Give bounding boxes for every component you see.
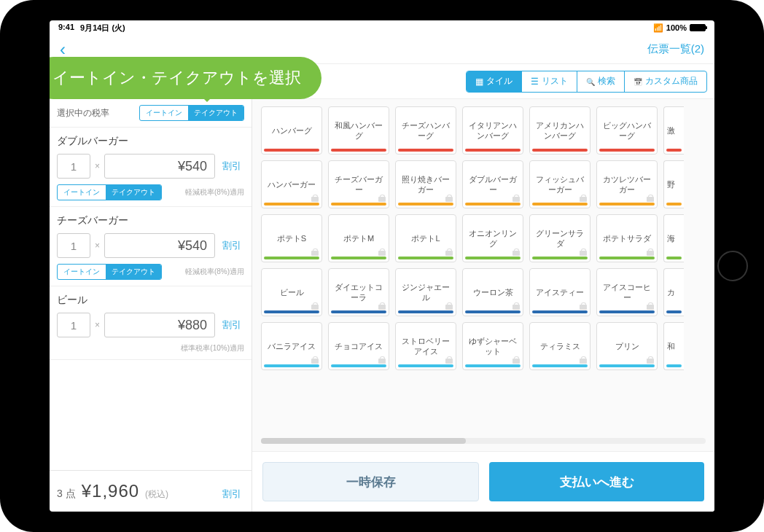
product-tile[interactable]: カ	[663, 268, 684, 316]
qty-input[interactable]: 1	[57, 154, 90, 179]
search-icon	[586, 77, 595, 87]
product-tile[interactable]: ハンバーガー	[261, 160, 322, 208]
tax-takeout[interactable]: テイクアウト	[188, 106, 243, 120]
bag-icon	[445, 197, 453, 202]
qty-input[interactable]: 1	[57, 313, 90, 337]
bag-icon	[445, 305, 453, 310]
qty-input[interactable]: 1	[57, 233, 90, 258]
callout-bubble: イートイン・テイクアウトを選択	[50, 57, 321, 99]
seg-list[interactable]: リスト	[521, 71, 577, 92]
product-tile[interactable]: ティラミス	[529, 322, 590, 370]
product-tile[interactable]: 照り焼きバーガー	[395, 160, 456, 208]
bag-icon	[647, 251, 654, 256]
h-scrollbar[interactable]	[261, 438, 706, 444]
bag-icon	[378, 251, 386, 256]
product-tile[interactable]: ゆずシャーベット	[462, 322, 523, 370]
product-tile[interactable]: ハンバーグ	[261, 106, 322, 154]
product-tile[interactable]: グリーンサラダ	[529, 214, 590, 262]
price-input[interactable]: ¥540	[104, 233, 215, 258]
grid-row: ポテトSポテトMポテトLオニオンリンググリーンサラダポテトサラダ海	[261, 214, 714, 262]
product-tile[interactable]: ダブルバーガー	[462, 160, 523, 208]
product-grid-wrap: ハンバーグ和風ハンバーグチーズハンバーグイタリアンハンバーグアメリカンハンバーグ…	[252, 99, 714, 434]
item-discount-button[interactable]: 割引	[219, 318, 244, 332]
product-tile[interactable]: バニラアイス	[261, 322, 322, 370]
bag-icon	[378, 359, 386, 364]
hold-button[interactable]: 一時保存	[262, 462, 479, 501]
product-tile[interactable]: ポテトS	[261, 214, 322, 262]
product-tile[interactable]: チョコアイス	[328, 322, 389, 370]
item-discount-button[interactable]: 割引	[219, 160, 244, 173]
product-grid: ハンバーグ和風ハンバーグチーズハンバーグイタリアンハンバーグアメリカンハンバーグ…	[261, 106, 714, 370]
product-tile[interactable]: アイスコーヒー	[596, 268, 658, 316]
bag-icon	[580, 305, 587, 310]
wifi-icon: 📶	[653, 23, 663, 33]
product-tile[interactable]: ポテトM	[328, 214, 389, 262]
screen: イートイン・テイクアウトを選択 9:41 9月14日 (火) 📶 100% 伝票…	[50, 20, 714, 512]
bag-icon	[647, 305, 654, 310]
custom-icon	[634, 77, 642, 87]
product-tile[interactable]: ダイエットコーラ	[328, 268, 389, 316]
slips-link[interactable]: 伝票一覧(2)	[647, 42, 704, 56]
product-tile[interactable]: ストロベリーアイス	[395, 322, 456, 370]
item-takeout[interactable]: テイクアウト	[106, 265, 161, 279]
h-scrollbar-thumb[interactable]	[261, 438, 466, 444]
tablet-frame: イートイン・テイクアウトを選択 9:41 9月14日 (火) 📶 100% 伝票…	[0, 0, 764, 532]
product-tile[interactable]: アメリカンハンバーグ	[529, 106, 590, 154]
price-input[interactable]: ¥880	[104, 313, 215, 337]
item-discount-button[interactable]: 割引	[219, 239, 244, 252]
total-count: 3 点	[57, 488, 76, 501]
bag-icon	[580, 251, 587, 256]
product-panel: ハンバーグ和風ハンバーグチーズハンバーグイタリアンハンバーグアメリカンハンバーグ…	[252, 99, 714, 512]
order-item: ビール 1 × ¥880 割引 標準税率(10%)適用	[50, 286, 252, 360]
product-tile[interactable]: 海	[663, 214, 684, 262]
product-tile[interactable]: ビール	[261, 268, 322, 316]
order-panel: 選択中の税率 イートイン テイクアウト ダブルバーガー 1 × ¥540 割引 …	[50, 99, 252, 512]
tax-note: 軽減税率(8%)適用	[185, 267, 244, 277]
product-tile[interactable]: 和風ハンバーグ	[328, 106, 389, 154]
item-name: チーズバーガー	[57, 214, 244, 227]
product-tile[interactable]: イタリアンハンバーグ	[462, 106, 523, 154]
product-tile[interactable]: 激	[663, 106, 684, 154]
item-eatin[interactable]: イートイン	[58, 265, 106, 279]
product-tile[interactable]: カツレツバーガー	[596, 160, 658, 208]
product-tile[interactable]: チーズバーガー	[328, 160, 389, 208]
bag-icon	[580, 359, 587, 364]
product-tile[interactable]: 和	[663, 322, 684, 370]
seg-search[interactable]: 検索	[577, 71, 624, 92]
product-tile[interactable]: ポテトサラダ	[596, 214, 658, 262]
pay-button[interactable]: 支払いへ進む	[489, 462, 704, 501]
product-tile[interactable]: ビッグハンバーグ	[596, 106, 658, 154]
product-tile[interactable]: アイスティー	[529, 268, 590, 316]
grid-row: ビールダイエットコーラジンジャエールウーロン茶アイスティーアイスコーヒーカ	[261, 268, 714, 316]
total-discount-button[interactable]: 割引	[219, 488, 244, 501]
seg-tile[interactable]: タイル	[467, 71, 521, 92]
bag-icon	[311, 305, 319, 310]
item-eatin[interactable]: イートイン	[58, 185, 106, 200]
product-tile[interactable]: ポテトL	[395, 214, 456, 262]
product-tile[interactable]: フィッシュバーガー	[529, 160, 590, 208]
seg-custom[interactable]: カスタム商品	[624, 71, 706, 92]
bag-icon	[647, 197, 654, 202]
battery-percent: 100%	[666, 23, 687, 32]
product-tile[interactable]: オニオンリング	[462, 214, 523, 262]
action-row: 一時保存 支払いへ進む	[252, 451, 714, 512]
bag-icon	[311, 251, 319, 256]
times-icon: ×	[95, 240, 100, 251]
product-tile[interactable]: ジンジャエール	[395, 268, 456, 316]
item-tax-toggle[interactable]: イートイン テイクアウト	[57, 264, 162, 280]
tax-eatin[interactable]: イートイン	[140, 106, 188, 120]
product-tile[interactable]: プリン	[596, 322, 658, 370]
price-input[interactable]: ¥540	[104, 154, 215, 179]
product-tile[interactable]: チーズハンバーグ	[395, 106, 456, 154]
bag-icon	[580, 197, 587, 202]
item-tax-toggle[interactable]: イートイン テイクアウト	[57, 184, 162, 200]
item-takeout[interactable]: テイクアウト	[106, 185, 161, 200]
tax-note: 標準税率(10%)適用	[57, 343, 244, 353]
times-icon: ×	[95, 161, 100, 171]
home-button[interactable]	[717, 251, 748, 281]
bag-icon	[512, 251, 520, 256]
product-tile[interactable]: ウーロン茶	[462, 268, 523, 316]
product-tile[interactable]: 野	[663, 160, 684, 208]
tax-toggle-global[interactable]: イートイン テイクアウト	[139, 105, 244, 121]
bag-icon	[512, 305, 520, 310]
